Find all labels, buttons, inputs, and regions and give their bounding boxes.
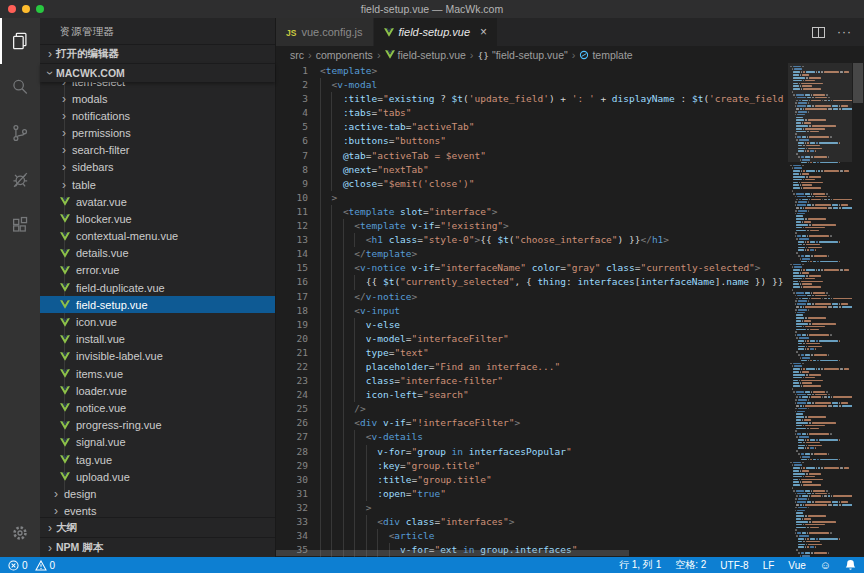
- tree-item-table[interactable]: ›table: [40, 176, 275, 193]
- tree-item-notifications[interactable]: ›notifications: [40, 107, 275, 124]
- activity-extensions-icon[interactable]: [0, 202, 40, 248]
- code-line-28[interactable]: 28v-for="group in interfacesPopular": [276, 445, 864, 459]
- close-tab-icon[interactable]: ×: [480, 26, 487, 38]
- activity-source-control-icon[interactable]: [0, 110, 40, 156]
- outline-section[interactable]: › 大纲: [40, 517, 275, 537]
- code-line-33[interactable]: 33<div class="interfaces">: [276, 515, 864, 529]
- minimize-button[interactable]: [22, 5, 30, 13]
- project-section[interactable]: › MACWK.COM: [40, 63, 275, 82]
- tree-item-error.vue[interactable]: error.vue: [40, 262, 275, 279]
- minimap[interactable]: [788, 63, 852, 557]
- npm-scripts-section[interactable]: › NPM 脚本: [40, 537, 275, 557]
- status-language-mode[interactable]: Vue: [788, 560, 805, 571]
- tree-item-field-duplicate.vue[interactable]: field-duplicate.vue: [40, 279, 275, 296]
- activity-explorer-icon[interactable]: [0, 18, 40, 64]
- tree-item-item-select[interactable]: ›item-select: [40, 82, 275, 90]
- tree-item-avatar.vue[interactable]: avatar.vue: [40, 193, 275, 210]
- tree-item-permissions[interactable]: ›permissions: [40, 124, 275, 141]
- split-editor-icon[interactable]: [812, 27, 825, 38]
- code-line-20[interactable]: 20v-model="interfaceFilter": [276, 332, 864, 346]
- gear-icon[interactable]: [0, 513, 40, 553]
- breadcrumb-item-components[interactable]: components: [316, 49, 373, 61]
- code-line-26[interactable]: 26<div v-if="!interfaceFilter">: [276, 416, 864, 430]
- code-line-2[interactable]: 2<v-modal: [276, 78, 864, 92]
- code-line-21[interactable]: 21type="text": [276, 346, 864, 360]
- tree-item-install.vue[interactable]: install.vue: [40, 331, 275, 348]
- tab-vue.config.js[interactable]: JSvue.config.js: [276, 18, 374, 46]
- tree-item-signal.vue[interactable]: signal.vue: [40, 434, 275, 451]
- zoom-button[interactable]: [36, 5, 44, 13]
- tree-item-events[interactable]: ›events: [40, 503, 275, 518]
- code-line-9[interactable]: 9@close="$emit('close')": [276, 177, 864, 191]
- indent-guide: [331, 106, 332, 120]
- activity-search-icon[interactable]: [0, 64, 40, 110]
- tree-item-field-setup.vue[interactable]: field-setup.vue: [40, 296, 275, 313]
- code-line-10[interactable]: 10>: [276, 191, 864, 205]
- code-line-18[interactable]: 18<v-input: [276, 304, 864, 318]
- tree-item-modals[interactable]: ›modals: [40, 90, 275, 107]
- code-line-7[interactable]: 7@tab="activeTab = $event": [276, 149, 864, 163]
- activity-debug-icon[interactable]: [0, 156, 40, 202]
- breadcrumb-item-field-setup.vue[interactable]: {}"field-setup.vue": [478, 49, 568, 61]
- status-indentation[interactable]: 空格: 2: [675, 558, 706, 572]
- breadcrumb-item-template[interactable]: template: [579, 49, 632, 61]
- tree-item-loader.vue[interactable]: loader.vue: [40, 382, 275, 399]
- feedback-smiley-icon[interactable]: ☺: [820, 560, 831, 571]
- code-line-11[interactable]: 11<template slot="interface">: [276, 205, 864, 219]
- tree-item-tag.vue[interactable]: tag.vue: [40, 451, 275, 468]
- code-line-3[interactable]: 3:title="existing ? $t('update_field') +…: [276, 92, 864, 106]
- horizontal-scrollbar-thumb[interactable]: [276, 550, 629, 556]
- problems-indicator[interactable]: 0 0: [8, 560, 55, 571]
- tree-item-items.vue[interactable]: items.vue: [40, 365, 275, 382]
- status-cursor-position[interactable]: 行 1, 列 1: [619, 558, 661, 572]
- tree-item-icon.vue[interactable]: icon.vue: [40, 313, 275, 330]
- code-line-24[interactable]: 24icon-left="search": [276, 388, 864, 402]
- code-line-14[interactable]: 14</template>: [276, 247, 864, 261]
- code-line-15[interactable]: 15<v-notice v-if="interfaceName" color="…: [276, 261, 864, 275]
- tab-field-setup.vue[interactable]: field-setup.vue×: [374, 18, 499, 46]
- tree-item-sidebars[interactable]: ›sidebars: [40, 159, 275, 176]
- code-line-8[interactable]: 8@next="nextTab": [276, 163, 864, 177]
- tree-item-search-filter[interactable]: ›search-filter: [40, 142, 275, 159]
- code-line-22[interactable]: 22placeholder="Find an interface...": [276, 360, 864, 374]
- vertical-scrollbar-thumb[interactable]: [853, 63, 863, 103]
- code-line-5[interactable]: 5:active-tab="activeTab": [276, 120, 864, 134]
- code-line-23[interactable]: 23class="interface-filter": [276, 374, 864, 388]
- more-actions-icon[interactable]: ···: [837, 25, 852, 39]
- code-line-16[interactable]: 16{{ $t("currently_selected", { thing: i…: [276, 275, 864, 289]
- tree-item-invisible-label.vue[interactable]: invisible-label.vue: [40, 348, 275, 365]
- code-line-30[interactable]: 30:title="group.title": [276, 473, 864, 487]
- code-line-25[interactable]: 25/>: [276, 402, 864, 416]
- status-eol[interactable]: LF: [763, 560, 775, 571]
- chevron-right-icon: ›: [58, 162, 70, 172]
- code-line-32[interactable]: 32>: [276, 501, 864, 515]
- code-line-34[interactable]: 34<article: [276, 529, 864, 543]
- code-line-29[interactable]: 29:key="group.title": [276, 459, 864, 473]
- tree-item-notice.vue[interactable]: notice.vue: [40, 399, 275, 416]
- status-encoding[interactable]: UTF-8: [720, 560, 748, 571]
- code-line-27[interactable]: 27<v-details: [276, 430, 864, 444]
- code-line-13[interactable]: 13<h1 class="style-0">{{ $t("choose_inte…: [276, 233, 864, 247]
- notifications-bell-icon[interactable]: [845, 559, 856, 571]
- code-line-31[interactable]: 31:open="true": [276, 487, 864, 501]
- tree-item-upload.vue[interactable]: upload.vue: [40, 468, 275, 485]
- code-line-6[interactable]: 6:buttons="buttons": [276, 134, 864, 148]
- code-line-12[interactable]: 12<template v-if="!existing">: [276, 219, 864, 233]
- close-button[interactable]: [8, 5, 16, 13]
- code-line-4[interactable]: 4:tabs="tabs": [276, 106, 864, 120]
- vertical-scrollbar[interactable]: [852, 63, 864, 557]
- tree-item-progress-ring.vue[interactable]: progress-ring.vue: [40, 417, 275, 434]
- tree-item-blocker.vue[interactable]: blocker.vue: [40, 210, 275, 227]
- breadcrumb-item-src[interactable]: src: [290, 49, 304, 61]
- minimap-slider[interactable]: [788, 63, 852, 162]
- code-line-17[interactable]: 17</v-notice>: [276, 290, 864, 304]
- breadcrumb-item-field-setup.vue[interactable]: field-setup.vue: [385, 49, 466, 61]
- open-editors-section[interactable]: › 打开的编辑器: [40, 44, 275, 63]
- tree-item-details.vue[interactable]: details.vue: [40, 245, 275, 262]
- code-line-1[interactable]: 1<template>: [276, 64, 864, 78]
- code-line-19[interactable]: 19v-else: [276, 318, 864, 332]
- tree-item-contextual-menu.vue[interactable]: contextual-menu.vue: [40, 228, 275, 245]
- indent-guide: [331, 149, 332, 163]
- code-editor[interactable]: 1<template>2<v-modal3:title="existing ? …: [276, 63, 864, 557]
- tree-item-design[interactable]: ›design: [40, 485, 275, 502]
